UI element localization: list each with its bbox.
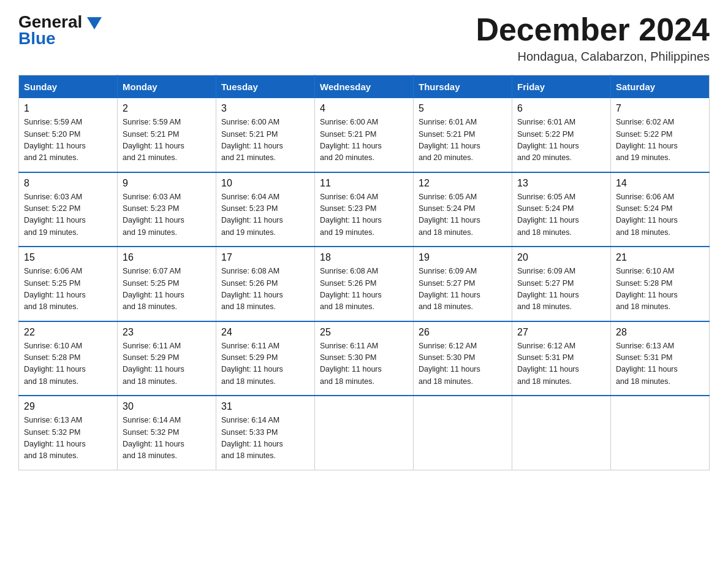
day-number: 1 [24, 103, 112, 114]
day-info: Sunrise: 5:59 AM Sunset: 5:21 PM Dayligh… [123, 117, 211, 164]
calendar-cell: 3 Sunrise: 6:00 AM Sunset: 5:21 PM Dayli… [216, 98, 315, 172]
calendar-cell: 22 Sunrise: 6:10 AM Sunset: 5:28 PM Dayl… [19, 321, 118, 396]
day-info: Sunrise: 6:09 AM Sunset: 5:27 PM Dayligh… [419, 266, 507, 313]
day-info: Sunrise: 6:01 AM Sunset: 5:21 PM Dayligh… [419, 117, 507, 164]
day-number: 30 [123, 401, 211, 412]
day-info: Sunrise: 6:12 AM Sunset: 5:30 PM Dayligh… [419, 340, 507, 388]
title-section: December 2024 Hondagua, Calabarzon, Phil… [476, 12, 710, 64]
day-number: 16 [123, 252, 211, 263]
calendar-cell: 6 Sunrise: 6:01 AM Sunset: 5:22 PM Dayli… [512, 98, 611, 172]
day-info: Sunrise: 6:14 AM Sunset: 5:32 PM Dayligh… [123, 415, 211, 462]
day-info: Sunrise: 6:05 AM Sunset: 5:24 PM Dayligh… [419, 191, 507, 239]
calendar-cell: 27 Sunrise: 6:12 AM Sunset: 5:31 PM Dayl… [512, 321, 611, 396]
day-number: 19 [419, 252, 507, 263]
week-row-5: 29 Sunrise: 6:13 AM Sunset: 5:32 PM Dayl… [19, 396, 710, 470]
day-number: 4 [320, 103, 408, 114]
day-number: 13 [517, 178, 605, 189]
day-number: 26 [419, 327, 507, 338]
weekday-header-thursday: Thursday [414, 75, 512, 99]
day-info: Sunrise: 6:09 AM Sunset: 5:27 PM Dayligh… [517, 266, 605, 313]
weekday-header-sunday: Sunday [19, 75, 118, 99]
day-info: Sunrise: 6:06 AM Sunset: 5:24 PM Dayligh… [616, 191, 704, 239]
calendar-cell: 19 Sunrise: 6:09 AM Sunset: 5:27 PM Dayl… [414, 247, 512, 321]
calendar-cell: 26 Sunrise: 6:12 AM Sunset: 5:30 PM Dayl… [414, 321, 512, 396]
calendar-cell: 15 Sunrise: 6:06 AM Sunset: 5:25 PM Dayl… [19, 247, 118, 321]
logo: General Blue [18, 12, 104, 48]
calendar-cell: 30 Sunrise: 6:14 AM Sunset: 5:32 PM Dayl… [118, 396, 216, 470]
day-info: Sunrise: 6:07 AM Sunset: 5:25 PM Dayligh… [123, 266, 211, 313]
day-number: 5 [419, 103, 507, 114]
weekday-header-wednesday: Wednesday [315, 75, 414, 99]
calendar-cell [315, 396, 414, 470]
day-number: 8 [24, 178, 112, 189]
calendar-cell: 4 Sunrise: 6:00 AM Sunset: 5:21 PM Dayli… [315, 98, 414, 172]
day-info: Sunrise: 6:11 AM Sunset: 5:29 PM Dayligh… [221, 340, 309, 388]
calendar-cell: 1 Sunrise: 5:59 AM Sunset: 5:20 PM Dayli… [19, 98, 118, 172]
day-number: 15 [24, 252, 112, 263]
month-title: December 2024 [476, 12, 710, 47]
calendar-cell: 18 Sunrise: 6:08 AM Sunset: 5:26 PM Dayl… [315, 247, 414, 321]
calendar-cell: 16 Sunrise: 6:07 AM Sunset: 5:25 PM Dayl… [118, 247, 216, 321]
day-number: 18 [320, 252, 408, 263]
location-subtitle: Hondagua, Calabarzon, Philippines [476, 50, 710, 64]
day-info: Sunrise: 6:03 AM Sunset: 5:22 PM Dayligh… [24, 191, 112, 239]
calendar-cell: 14 Sunrise: 6:06 AM Sunset: 5:24 PM Dayl… [611, 172, 710, 247]
day-info: Sunrise: 6:14 AM Sunset: 5:33 PM Dayligh… [221, 415, 309, 462]
calendar-cell: 8 Sunrise: 6:03 AM Sunset: 5:22 PM Dayli… [19, 172, 118, 247]
day-number: 6 [517, 103, 605, 114]
day-number: 9 [123, 178, 211, 189]
calendar-cell: 20 Sunrise: 6:09 AM Sunset: 5:27 PM Dayl… [512, 247, 611, 321]
day-number: 3 [221, 103, 309, 114]
day-info: Sunrise: 6:06 AM Sunset: 5:25 PM Dayligh… [24, 266, 112, 313]
calendar-cell: 31 Sunrise: 6:14 AM Sunset: 5:33 PM Dayl… [216, 396, 315, 470]
day-number: 11 [320, 178, 408, 189]
calendar-cell: 17 Sunrise: 6:08 AM Sunset: 5:26 PM Dayl… [216, 247, 315, 321]
svg-marker-0 [87, 17, 102, 29]
calendar-cell [611, 396, 710, 470]
calendar-cell: 28 Sunrise: 6:13 AM Sunset: 5:31 PM Dayl… [611, 321, 710, 396]
day-info: Sunrise: 6:04 AM Sunset: 5:23 PM Dayligh… [320, 191, 408, 239]
day-number: 2 [123, 103, 211, 114]
day-number: 17 [221, 252, 309, 263]
day-info: Sunrise: 6:03 AM Sunset: 5:23 PM Dayligh… [123, 191, 211, 239]
day-number: 23 [123, 327, 211, 338]
calendar-cell: 11 Sunrise: 6:04 AM Sunset: 5:23 PM Dayl… [315, 172, 414, 247]
calendar-cell: 7 Sunrise: 6:02 AM Sunset: 5:22 PM Dayli… [611, 98, 710, 172]
day-info: Sunrise: 5:59 AM Sunset: 5:20 PM Dayligh… [24, 117, 112, 164]
day-number: 29 [24, 401, 112, 412]
calendar-cell: 9 Sunrise: 6:03 AM Sunset: 5:23 PM Dayli… [118, 172, 216, 247]
day-info: Sunrise: 6:02 AM Sunset: 5:22 PM Dayligh… [616, 117, 704, 164]
day-info: Sunrise: 6:00 AM Sunset: 5:21 PM Dayligh… [320, 117, 408, 164]
calendar-table: SundayMondayTuesdayWednesdayThursdayFrid… [18, 75, 710, 470]
logo-wordmark: General Blue [18, 12, 104, 48]
day-info: Sunrise: 6:13 AM Sunset: 5:31 PM Dayligh… [616, 340, 704, 388]
day-info: Sunrise: 6:04 AM Sunset: 5:23 PM Dayligh… [221, 191, 309, 239]
day-number: 20 [517, 252, 605, 263]
day-number: 10 [221, 178, 309, 189]
day-info: Sunrise: 6:00 AM Sunset: 5:21 PM Dayligh… [221, 117, 309, 164]
day-number: 7 [616, 103, 704, 114]
day-info: Sunrise: 6:01 AM Sunset: 5:22 PM Dayligh… [517, 117, 605, 164]
calendar-cell [414, 396, 512, 470]
day-number: 22 [24, 327, 112, 338]
calendar-cell: 5 Sunrise: 6:01 AM Sunset: 5:21 PM Dayli… [414, 98, 512, 172]
day-info: Sunrise: 6:13 AM Sunset: 5:32 PM Dayligh… [24, 415, 112, 462]
logo-blue-text: Blue [18, 29, 56, 48]
day-info: Sunrise: 6:08 AM Sunset: 5:26 PM Dayligh… [320, 266, 408, 313]
day-number: 21 [616, 252, 704, 263]
day-number: 27 [517, 327, 605, 338]
day-number: 31 [221, 401, 309, 412]
calendar-cell: 21 Sunrise: 6:10 AM Sunset: 5:28 PM Dayl… [611, 247, 710, 321]
calendar-cell: 10 Sunrise: 6:04 AM Sunset: 5:23 PM Dayl… [216, 172, 315, 247]
week-row-3: 15 Sunrise: 6:06 AM Sunset: 5:25 PM Dayl… [19, 247, 710, 321]
calendar-cell [512, 396, 611, 470]
page-header: General Blue December 2024 Hondagua, Cal… [18, 12, 710, 64]
day-info: Sunrise: 6:10 AM Sunset: 5:28 PM Dayligh… [616, 266, 704, 313]
weekday-header-friday: Friday [512, 75, 611, 99]
calendar-cell: 29 Sunrise: 6:13 AM Sunset: 5:32 PM Dayl… [19, 396, 118, 470]
day-info: Sunrise: 6:10 AM Sunset: 5:28 PM Dayligh… [24, 340, 112, 388]
day-info: Sunrise: 6:08 AM Sunset: 5:26 PM Dayligh… [221, 266, 309, 313]
day-number: 25 [320, 327, 408, 338]
logo-triangle-icon [85, 12, 104, 32]
day-info: Sunrise: 6:11 AM Sunset: 5:29 PM Dayligh… [123, 340, 211, 388]
